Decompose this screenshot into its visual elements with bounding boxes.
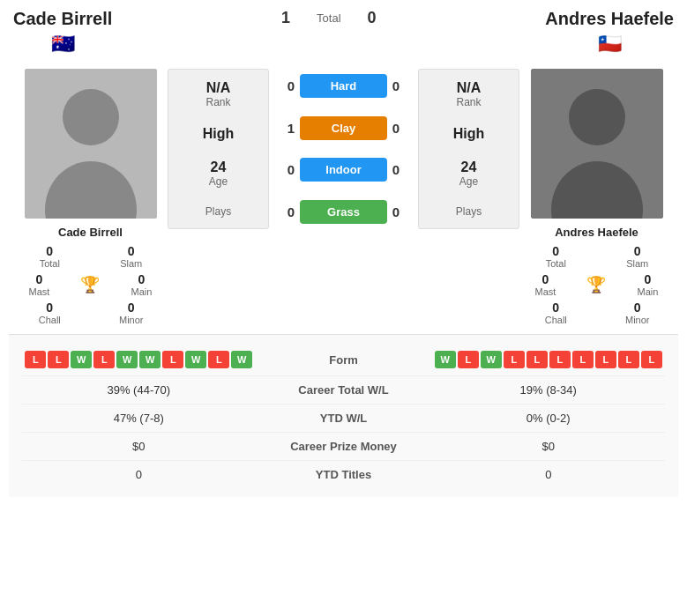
form-badge: L [549,351,571,368]
player1-card-name: Cade Birrell [58,226,123,239]
p2-trophy-row: 0 Mast 🏆 0 Main [519,272,674,297]
p2-stats-panel: N/A Rank High 24 Age Plays [418,69,519,229]
player1-photo [25,69,157,219]
p1-minor-stat: 0 Minor [95,301,168,325]
p1-indoor-score: 0 [282,162,300,177]
middle-column: N/A Rank High 24 Age Plays [168,69,519,229]
p2-age-label: Age [459,175,478,188]
p2-chall-value: 0 [552,301,559,315]
form-badge: L [641,351,662,368]
p2-high-block: High [453,126,485,142]
stat-p1-value: $0 [22,440,256,453]
p2-minor-stat: 0 Minor [601,301,675,325]
p1-stats-panel: N/A Rank High 24 Age Plays [168,69,269,229]
p1-slam-value: 0 [128,244,135,258]
hard-button[interactable]: Hard [300,74,387,98]
p2-total-label: Total [546,258,566,269]
p2-minor-label: Minor [625,315,650,325]
form-badge: W [231,351,252,368]
player2-photo [531,69,663,219]
form-label: Form [256,353,432,367]
form-section: LLWLWWLWLW Form WLWLLLLLLL 39% (44-70)Ca… [9,334,678,497]
p1-minor-value: 0 [128,301,135,315]
p1-main-value: 0 [138,272,146,286]
stat-p2-value: 19% (8-34) [432,383,666,397]
p1-total-value: 0 [46,244,53,258]
total-label: Total [317,11,340,25]
player1-column: Cade Birrell 0 Total 0 Slam 0 Mast 🏆 [13,69,168,325]
p1-chall-value: 0 [46,301,53,315]
p1-total-score: 1 [281,9,290,27]
p2-chall-label: Chall [545,315,567,325]
player2-stats-grid: 0 Total 0 Slam [519,244,674,269]
form-badge: L [526,351,548,368]
p1-trophy-icon: 🏆 [80,275,100,294]
form-badge: L [572,351,594,368]
clay-button[interactable]: Clay [300,116,387,140]
form-badge: W [139,351,161,368]
p2-clay-score: 0 [387,121,405,136]
p2-mast-stat: 0 Mast [535,272,556,297]
form-badges-row: LLWLWWLWLW Form WLWLLLLLLL [22,344,665,376]
clay-row: 1 Clay 0 [280,113,407,144]
hard-row: 0 Hard 0 [280,71,407,101]
p1-mast-value: 0 [36,272,43,286]
p2-slam-stat: 0 Slam [601,244,675,269]
player1-name-block: Cade Birrell 🇦🇺 [13,9,112,56]
form-badge: L [595,351,616,368]
form-badge: L [162,351,183,368]
p2-plays-block: Plays [456,205,482,218]
stats-panels-row: N/A Rank High 24 Age Plays [168,69,519,229]
p1-minor-label: Minor [119,315,144,325]
p2-main-value: 0 [645,272,652,286]
player2-column: Andres Haefele 0 Total 0 Slam 0 Mast 🏆 [519,69,674,325]
p1-rank-value: N/A [205,80,230,96]
stat-p1-value: 0 [22,468,256,481]
stat-label: Career Total W/L [256,383,432,397]
p1-main-label: Main [131,286,153,297]
p1-form-badges: LLWLWWLWLW [22,351,256,368]
player1-stats-grid: 0 Total 0 Slam [13,244,168,269]
p1-rank-block: N/A Rank [205,80,230,108]
p2-trophy-icon: 🏆 [586,275,606,294]
top-wrapper: Cade Birrell 0 Total 0 Slam 0 Mast 🏆 [9,60,678,330]
p2-mast-label: Mast [535,286,556,297]
p2-chall-stat: 0 Chall [519,301,593,325]
p1-age-value: 24 [209,160,228,175]
surface-rows: 0 Hard 0 1 Clay 0 0 Indoor 0 [276,69,411,229]
p1-trophy-row: 0 Mast 🏆 0 Main [13,272,168,297]
names-row: Cade Birrell 🇦🇺 1 Total 0 Andres Haefele… [9,9,678,56]
form-badge: L [458,351,479,368]
stat-label: Career Prize Money [256,440,432,453]
p1-chall-stat: 0 Chall [13,301,86,325]
indoor-button[interactable]: Indoor [300,158,387,182]
form-badge: L [93,351,115,368]
p2-high-value: High [453,126,485,142]
p1-plays-label: Plays [205,205,231,218]
p2-slam-label: Slam [626,258,648,269]
p2-slam-value: 0 [634,244,641,258]
player2-bottom-stats: 0 Chall 0 Minor [519,301,674,325]
p2-total-score: 0 [368,9,377,27]
player2-name-block: Andres Haefele 🇨🇱 [545,9,674,56]
p2-minor-value: 0 [634,301,641,315]
stat-p1-value: 47% (7-8) [22,412,256,425]
stat-label: YTD Titles [256,468,432,481]
stat-label: YTD W/L [256,412,432,425]
player1-flag: 🇦🇺 [51,33,75,56]
stat-p2-value: $0 [432,440,666,453]
indoor-row: 0 Indoor 0 [280,154,407,185]
p1-clay-score: 1 [282,121,300,136]
grass-button[interactable]: Grass [300,200,387,224]
p2-rank-label: Rank [456,96,481,108]
stats-row: 0YTD Titles0 [22,461,665,488]
form-badge: L [48,351,69,368]
p1-rank-label: Rank [205,96,230,108]
p2-plays-label: Plays [456,205,482,218]
p2-mast-value: 0 [542,272,549,286]
player2-flag: 🇨🇱 [598,33,622,56]
form-badge: L [25,351,46,368]
svg-point-4 [569,89,625,145]
player1-name: Cade Birrell [13,9,112,29]
form-badge: W [481,351,502,368]
